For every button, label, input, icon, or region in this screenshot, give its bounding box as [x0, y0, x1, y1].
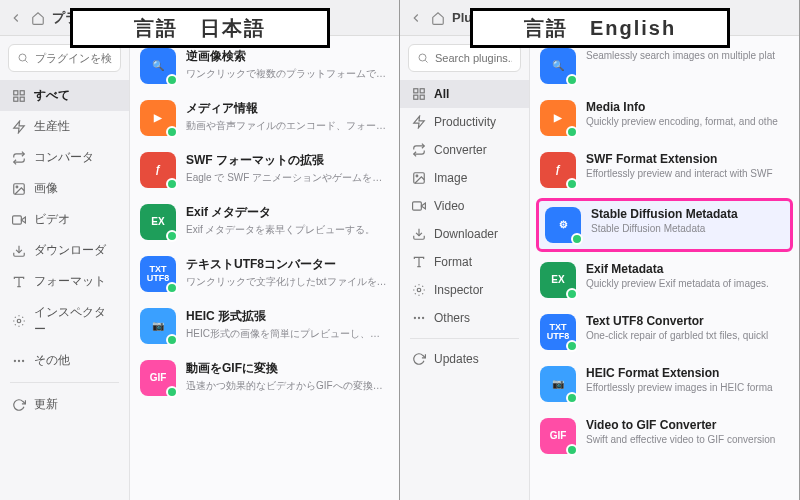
plugin-row[interactable]: 📷HEIC Format ExtensionEffortlessly previ…: [530, 358, 799, 410]
svg-rect-10: [13, 215, 22, 223]
sidebar-item-bolt[interactable]: 生産性: [0, 111, 129, 142]
svg-marker-9: [21, 217, 25, 223]
plugin-icon: 📷: [140, 308, 176, 344]
sidebar-item-refresh[interactable]: Updates: [400, 345, 529, 373]
plugin-row[interactable]: 📷HEIC 形式拡張HEIC形式の画像を簡単にプレビューし、高性能なブラウ: [130, 300, 399, 352]
svg-line-19: [425, 60, 427, 62]
plugin-title: Exif Metadata: [586, 262, 789, 276]
plugin-text: HEIC Format ExtensionEffortlessly previe…: [586, 366, 789, 393]
plugin-icon: 🔍: [140, 48, 176, 84]
sidebar-divider: [10, 382, 119, 383]
sidebar-item-label: 生産性: [34, 118, 70, 135]
plugin-icon: 📷: [540, 366, 576, 402]
plugin-row[interactable]: EXExif メタデータExif メタデータを素早くプレビューする。: [130, 196, 399, 248]
back-icon[interactable]: [8, 10, 24, 26]
sidebar-item-video[interactable]: ビデオ: [0, 204, 129, 235]
svg-point-0: [19, 54, 26, 61]
sidebar-item-inspect[interactable]: Inspector: [400, 276, 529, 304]
plugin-subtitle: 動画や音声ファイルのエンコード、フォーマットなどの属性: [186, 119, 389, 133]
inspect-icon: [12, 314, 26, 328]
plugin-text: Seamlessly search images on multiple pla…: [586, 48, 789, 61]
svg-point-33: [414, 317, 415, 318]
plugin-icon: GIF: [140, 360, 176, 396]
sidebar-item-label: ビデオ: [34, 211, 70, 228]
svg-marker-27: [421, 203, 425, 209]
sidebar-item-video[interactable]: Video: [400, 192, 529, 220]
sidebar-item-dots[interactable]: その他: [0, 345, 129, 376]
plugin-subtitle: Exif メタデータを素早くプレビューする。: [186, 223, 389, 237]
svg-marker-6: [14, 121, 25, 133]
image-icon: [12, 182, 26, 196]
sidebar-item-format[interactable]: Format: [400, 248, 529, 276]
svg-point-26: [416, 175, 418, 177]
sidebar-item-label: Image: [434, 171, 467, 185]
refresh-icon: [12, 398, 26, 412]
sidebar-item-convert[interactable]: コンバータ: [0, 142, 129, 173]
sidebar-item-grid[interactable]: すべて: [0, 80, 129, 111]
dots-icon: [12, 354, 26, 368]
plugin-text: Video to GIF ConverterSwift and effectiv…: [586, 418, 789, 445]
plugin-row[interactable]: TXTUTF8テキストUTF8コンバーターワンクリックで文字化けしたtxtファイ…: [130, 248, 399, 300]
plugin-row[interactable]: ƒSWF Format ExtensionEffortlessly previe…: [530, 144, 799, 196]
plugin-icon: ⚙: [545, 207, 581, 243]
svg-rect-28: [413, 202, 422, 210]
verified-badge-icon: [166, 386, 178, 398]
convert-icon: [12, 151, 26, 165]
sidebar-item-inspect[interactable]: インスペクター: [0, 297, 129, 345]
search-icon: [17, 52, 29, 64]
sidebar-item-label: Inspector: [434, 283, 483, 297]
sidebar-item-dots[interactable]: Others: [400, 304, 529, 332]
sidebar-item-bolt[interactable]: Productivity: [400, 108, 529, 136]
sidebar-item-label: Others: [434, 311, 470, 325]
dots-icon: [412, 311, 426, 325]
grid-icon: [12, 89, 26, 103]
plugin-row[interactable]: ⚙Stable Diffusion MetadataStable Diffusi…: [536, 198, 793, 252]
plugin-title: 逆画像検索: [186, 48, 389, 65]
plugin-row[interactable]: ƒSWF フォーマットの拡張Eagle で SWF アニメーションやゲームを簡単…: [130, 144, 399, 196]
plugin-title: Media Info: [586, 100, 789, 114]
sidebar-item-grid[interactable]: All: [400, 80, 529, 108]
search-input-wrap[interactable]: [408, 44, 521, 72]
search-icon: [417, 52, 429, 64]
plugin-icon: EX: [540, 262, 576, 298]
sidebar-item-download[interactable]: ダウンローダ: [0, 235, 129, 266]
sidebar-item-image[interactable]: Image: [400, 164, 529, 192]
plugin-row[interactable]: GIFVideo to GIF ConverterSwift and effec…: [530, 410, 799, 462]
home-icon[interactable]: [30, 10, 46, 26]
sidebar: AllProductivityConverterImageVideoDownlo…: [400, 36, 530, 500]
plugin-title: テキストUTF8コンバーター: [186, 256, 389, 273]
download-icon: [412, 227, 426, 241]
sidebar-item-download[interactable]: Downloader: [400, 220, 529, 248]
plugin-row[interactable]: ▶Media InfoQuickly preview encoding, for…: [530, 92, 799, 144]
search-input[interactable]: [435, 52, 512, 64]
plugin-row[interactable]: TXTUTF8Text UTF8 ConvertorOne-click repa…: [530, 306, 799, 358]
verified-badge-icon: [566, 392, 578, 404]
sidebar-item-label: All: [434, 87, 449, 101]
plugin-icon: ▶: [140, 100, 176, 136]
sidebar-item-convert[interactable]: Converter: [400, 136, 529, 164]
sidebar-item-refresh[interactable]: 更新: [0, 389, 129, 420]
plugin-icon: ƒ: [540, 152, 576, 188]
plugin-icon: ▶: [540, 100, 576, 136]
sidebar-item-label: Downloader: [434, 227, 498, 241]
sidebar-item-label: フォーマット: [34, 273, 106, 290]
svg-point-8: [16, 186, 18, 188]
bolt-icon: [12, 120, 26, 134]
sidebar-item-format[interactable]: フォーマット: [0, 266, 129, 297]
back-icon[interactable]: [408, 10, 424, 26]
sidebar-item-image[interactable]: 画像: [0, 173, 129, 204]
plugin-row[interactable]: GIF動画をGIFに変換迅速かつ効果的なビデオからGIFへの変換ツール。: [130, 352, 399, 404]
search-input-wrap[interactable]: [8, 44, 121, 72]
search-input[interactable]: [35, 52, 112, 64]
verified-badge-icon: [566, 444, 578, 456]
plugin-row[interactable]: EXExif MetadataQuickly preview Exif meta…: [530, 254, 799, 306]
plugin-title: Video to GIF Converter: [586, 418, 789, 432]
svg-rect-22: [414, 95, 418, 99]
svg-rect-4: [14, 97, 18, 101]
plugin-text: メディア情報動画や音声ファイルのエンコード、フォーマットなどの属性: [186, 100, 389, 133]
plugin-text: テキストUTF8コンバーターワンクリックで文字化けしたtxtファイルを修正し、エ…: [186, 256, 389, 289]
plugin-row[interactable]: ▶メディア情報動画や音声ファイルのエンコード、フォーマットなどの属性: [130, 92, 399, 144]
video-icon: [412, 199, 426, 213]
home-icon[interactable]: [430, 10, 446, 26]
svg-line-1: [25, 60, 27, 62]
